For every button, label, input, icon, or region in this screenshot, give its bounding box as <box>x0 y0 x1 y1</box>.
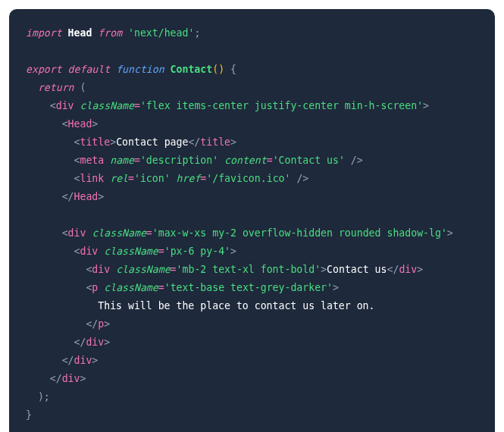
text-body: This will be the place to contact us lat… <box>98 300 374 311</box>
tag-close: > <box>92 355 98 366</box>
brace-open: { <box>224 64 236 75</box>
eq: = <box>267 155 273 166</box>
paren-close: ); <box>38 391 50 402</box>
tag-div: div <box>86 337 104 348</box>
str-class: 'flex items-center justify-center min-h-… <box>140 100 423 111</box>
eq: = <box>158 246 164 257</box>
text-contactus: Contact us <box>327 264 387 275</box>
tag-open: </ <box>74 337 86 348</box>
str-class: 'text-base text-grey-darker' <box>164 282 333 293</box>
eq: = <box>171 264 177 275</box>
tag-selfclose: /> <box>345 155 363 166</box>
tag-close: > <box>423 100 429 111</box>
kw-return: return <box>38 82 74 93</box>
kw-import: import <box>26 27 62 39</box>
str-module: 'next/head' <box>128 27 194 39</box>
tag-close: > <box>110 136 116 148</box>
tag-close: > <box>104 337 110 348</box>
code-line: <div className='flex items-center justif… <box>26 100 429 111</box>
code-line: This will be the place to contact us lat… <box>26 300 375 311</box>
eq: = <box>128 173 134 184</box>
tag-close: > <box>98 191 104 202</box>
code-line: ); <box>26 391 50 402</box>
tag-div: div <box>56 100 74 111</box>
tag-close: > <box>230 246 236 257</box>
tag-close: > <box>80 373 86 384</box>
tag-div: div <box>62 373 80 384</box>
code-line: </p> <box>26 318 110 330</box>
code-line: </div> <box>26 373 86 384</box>
code-line: <title>Contact page</title> <box>26 136 236 148</box>
code-line: <div className='mb-2 text-xl font-bold'>… <box>26 264 423 275</box>
ident-head: Head <box>68 27 92 39</box>
tag-div: div <box>399 264 417 275</box>
tag-open: </ <box>86 318 98 330</box>
paren-open: ( <box>74 82 86 93</box>
eq: = <box>158 282 164 293</box>
tag-close: > <box>417 264 423 275</box>
code-line: export default function Contact() { <box>26 64 236 75</box>
tag-title: title <box>200 136 230 148</box>
kw-from: from <box>98 27 122 39</box>
attr-classname: className <box>80 100 134 111</box>
tag-open: </ <box>387 264 399 275</box>
attr-classname: className <box>116 264 170 275</box>
eq: = <box>134 100 140 111</box>
text-title: Contact page <box>116 136 188 148</box>
tag-close: > <box>92 118 98 130</box>
tag-head: Head <box>74 191 99 202</box>
tag-div: div <box>80 246 98 257</box>
kw-function: function <box>116 64 164 75</box>
attr-name: name <box>110 155 134 166</box>
attr-content: content <box>224 155 267 166</box>
code-line: </div> <box>26 355 98 366</box>
tag-close: > <box>321 264 327 275</box>
code-line: <Head> <box>26 118 98 130</box>
attr-classname: className <box>104 246 158 257</box>
tag-open: </ <box>62 191 74 202</box>
tag-close: > <box>447 227 453 239</box>
code-line: <div className='px-6 py-4'> <box>26 246 236 257</box>
tag-open: </ <box>62 355 74 366</box>
tag-link: link <box>80 173 104 184</box>
code-line: } <box>26 409 32 421</box>
tag-open: < <box>62 118 68 130</box>
tag-title: title <box>80 136 110 148</box>
code-line: </div> <box>26 337 110 348</box>
brace-close: } <box>26 409 32 421</box>
tag-close: > <box>333 282 339 293</box>
str-favicon: '/favicon.ico' <box>206 173 290 184</box>
tag-div: div <box>68 227 86 239</box>
tag-close: > <box>230 136 236 148</box>
tag-p: p <box>92 282 98 293</box>
str-desc: 'description' <box>140 155 218 166</box>
code-line: return ( <box>26 82 86 93</box>
tag-open: </ <box>188 136 200 148</box>
tag-open: < <box>62 227 68 239</box>
code-block: import Head from 'next/head'; export def… <box>9 9 495 432</box>
tag-open: </ <box>50 373 62 384</box>
tag-meta: meta <box>80 155 104 166</box>
attr-rel: rel <box>110 173 128 184</box>
code-line: </Head> <box>26 191 104 202</box>
str-class: 'mb-2 text-xl font-bold' <box>177 264 321 275</box>
code-line: <p className='text-base text-grey-darker… <box>26 282 339 293</box>
kw-default: default <box>68 64 111 75</box>
fn-parens: () <box>212 64 224 75</box>
str-contact: 'Contact us' <box>273 155 345 166</box>
eq: = <box>134 155 140 166</box>
attr-classname: className <box>104 282 158 293</box>
code-line: <meta name='description' content='Contac… <box>26 155 363 166</box>
tag-head: Head <box>68 118 92 130</box>
tag-close: > <box>104 318 110 330</box>
str-icon: 'icon' <box>134 173 171 184</box>
eq: = <box>146 227 152 239</box>
kw-export: export <box>26 64 62 75</box>
attr-classname: className <box>92 227 146 239</box>
tag-selfclose: /> <box>290 173 308 184</box>
fn-name: Contact <box>171 64 213 75</box>
tag-div: div <box>92 264 110 275</box>
tag-open: < <box>50 100 56 111</box>
tag-div: div <box>74 355 92 366</box>
code-line: <link rel='icon' href='/favicon.ico' /> <box>26 173 308 184</box>
